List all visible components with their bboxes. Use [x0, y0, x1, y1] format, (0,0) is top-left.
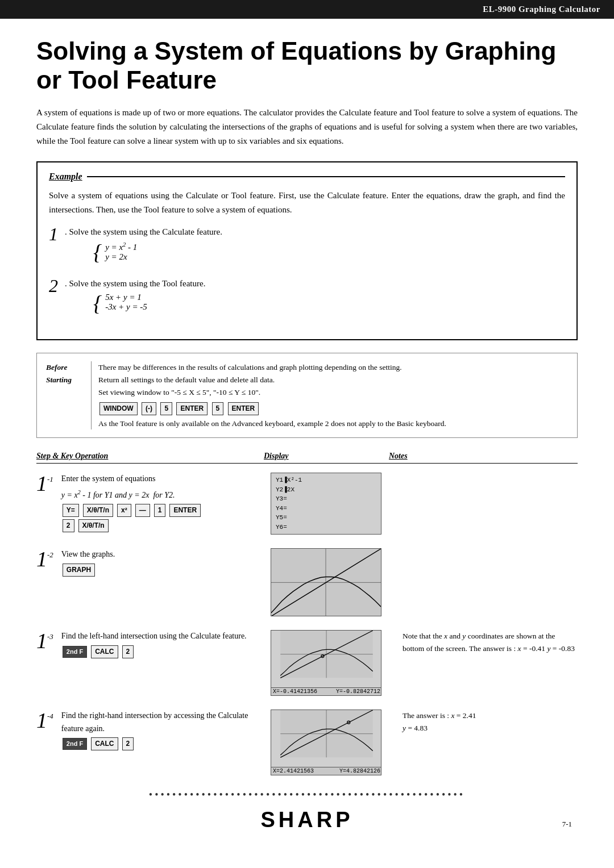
step-1-3: 1 -3 Find the left-hand intersection usi…: [36, 630, 578, 696]
intro-paragraph: A system of equations is made up of two …: [36, 106, 578, 148]
example-text: Solve a system of equations using the Ca…: [49, 189, 565, 217]
step-1-2-keys: GRAPH: [61, 564, 264, 577]
step-1-3-left: 1 -3 Find the left-hand intersection usi…: [36, 630, 264, 658]
example-box: Example Solve a system of equations usin…: [36, 161, 578, 340]
header-bar: EL-9900 Graphing Calculator: [0, 0, 614, 19]
key-graph[interactable]: GRAPH: [63, 564, 95, 577]
steps-col3-header: Notes: [389, 452, 578, 461]
before-line-2: Return all settings to the default value…: [98, 374, 568, 386]
before-key-row: WINDOW (-) 5 ENTER 5 ENTER: [98, 402, 568, 415]
step-1-4-keys: 2nd F CALC 2: [61, 737, 264, 750]
item1-text: . Solve the system using the Calculate f…: [65, 224, 222, 236]
item2-eq1: 5x + y = 1: [105, 293, 147, 302]
header-title: EL-9900 Graphing Calculator: [483, 5, 600, 14]
step-1-1-keys-2: 2 X/θ/T/n: [61, 519, 264, 532]
status-x-1-3: X=-0.41421356: [273, 688, 317, 695]
steps-header: Step & Key Operation Display Notes: [36, 452, 578, 464]
key-calc-1[interactable]: CALC: [91, 645, 118, 658]
graph-1-3: X=-0.41421356 Y=-0.82842712: [271, 630, 381, 696]
before-content: There may be differences in the results …: [98, 361, 568, 429]
before-line-1: There may be differences in the results …: [98, 361, 568, 374]
key-enter-b[interactable]: ENTER: [228, 402, 259, 415]
key-calc-2[interactable]: CALC: [91, 737, 118, 750]
key-minus-1[interactable]: —: [135, 504, 150, 517]
step-1-1-display: Y1▐X²-1 Y2▐2X Y3= Y4= Y5= Y6=: [271, 473, 396, 535]
item2-eq2: -3x + y = -5: [105, 302, 147, 312]
key-2ndf-2[interactable]: 2nd F: [63, 738, 87, 750]
key-xtheta-1[interactable]: X/θ/T/n: [83, 504, 113, 517]
step-1-3-keys: 2nd F CALC 2: [61, 645, 264, 658]
before-line-3: Set viewing window to "-5 ≤ X ≤ 5", "-10…: [98, 386, 568, 399]
main-title: Solving a System of Equations by Graphin…: [36, 37, 578, 94]
item2-number: 2: [49, 277, 61, 295]
example-item-1: 1 . Solve the system using the Calculate…: [49, 225, 565, 269]
step-1-3-notes: Note that the x and y coordinates are sh…: [403, 630, 578, 654]
step-1-1-desc: Enter the system of equations: [61, 473, 264, 485]
graph-1-2: [271, 548, 381, 616]
key-5a[interactable]: 5: [160, 402, 172, 415]
step-1-4: 1 -4 Find the right-hand intersection by…: [36, 710, 578, 775]
item2-equations: { 5x + y = 1 -3x + y = -5: [93, 293, 205, 314]
status-x-1-4: X=2.41421563: [273, 768, 314, 774]
step-1-3-desc: Find the left-hand intersection using th…: [61, 630, 264, 642]
key-xtheta-2[interactable]: X/θ/T/n: [78, 519, 109, 532]
step-1-4-left: 1 -4 Find the right-hand intersection by…: [36, 710, 264, 750]
key-2-1[interactable]: 2: [63, 519, 74, 532]
graph-1-4: X=2.41421563 Y=4.82842126: [271, 710, 381, 775]
step-1-2-body: View the graphs. GRAPH: [61, 548, 264, 577]
item1-equations: { y = x2 - 1 y = 2x: [93, 241, 222, 263]
steps-section: Step & Key Operation Display Notes 1 -1 …: [36, 452, 578, 775]
key-2-3[interactable]: 2: [122, 737, 134, 750]
step-1-2: 1 -2 View the graphs. GRAPH: [36, 548, 578, 616]
key-2-2[interactable]: 2: [122, 645, 134, 658]
step-1-1-keys-1: Y= X/θ/T/n x² — 1 ENTER: [61, 504, 264, 517]
step-1-1: 1 -1 Enter the system of equations y = x…: [36, 473, 578, 535]
step-1-1-body: Enter the system of equations y = x2 - 1…: [61, 473, 264, 532]
step-1-4-body: Find the right-hand intersection by acce…: [61, 710, 264, 750]
example-heading: Example: [49, 172, 565, 182]
steps-col1-header: Step & Key Operation: [36, 452, 264, 461]
key-x2-1[interactable]: x²: [117, 504, 131, 517]
screen-1-1: Y1▐X²-1 Y2▐2X Y3= Y4= Y5= Y6=: [271, 473, 381, 535]
step-1-4-display: X=2.41421563 Y=4.82842126: [271, 710, 396, 775]
step-1-3-display: X=-0.41421356 Y=-0.82842712: [271, 630, 396, 696]
item1-eq1: y = x2 - 1: [105, 241, 137, 252]
key-enter-a[interactable]: ENTER: [176, 402, 208, 415]
steps-col2-header: Display: [264, 452, 389, 461]
key-5b[interactable]: 5: [212, 402, 224, 415]
step-1-2-display: [271, 548, 396, 616]
key-1-1[interactable]: 1: [154, 504, 166, 517]
item1-number: 1: [49, 225, 61, 243]
status-y-1-3: Y=-0.82842712: [336, 688, 380, 695]
key-enter-1-1[interactable]: ENTER: [169, 504, 201, 517]
example-item-2: 2 . Solve the system using the Tool feat…: [49, 277, 565, 320]
before-label: Before Starting: [46, 361, 92, 429]
key-neg[interactable]: (-): [142, 402, 156, 415]
key-2ndf-1[interactable]: 2nd F: [63, 646, 87, 658]
step-1-2-left: 1 -2 View the graphs. GRAPH: [36, 548, 264, 577]
step-1-4-notes: The answer is : x = 2.41y = 4.83: [403, 710, 578, 734]
step-1-3-body: Find the left-hand intersection using th…: [61, 630, 264, 658]
bottom-dots: ••••••••••••••••••••••••••••••••••••••••…: [36, 789, 578, 801]
step-1-2-desc: View the graphs.: [61, 548, 264, 561]
before-starting-box: Before Starting There may be differences…: [36, 353, 578, 438]
key-window[interactable]: WINDOW: [99, 402, 138, 415]
item2-text: . Solve the system using the Tool featur…: [65, 276, 205, 288]
status-y-1-4: Y=4.82842126: [339, 768, 380, 774]
step-1-1-left: 1 -1 Enter the system of equations y = x…: [36, 473, 264, 532]
before-line-4: As the Tool feature is only available on…: [98, 418, 568, 430]
step-1-4-desc: Find the right-hand intersection by acce…: [61, 710, 264, 735]
key-y-eq[interactable]: Y=: [63, 504, 79, 517]
item1-eq2: y = 2x: [105, 252, 137, 262]
